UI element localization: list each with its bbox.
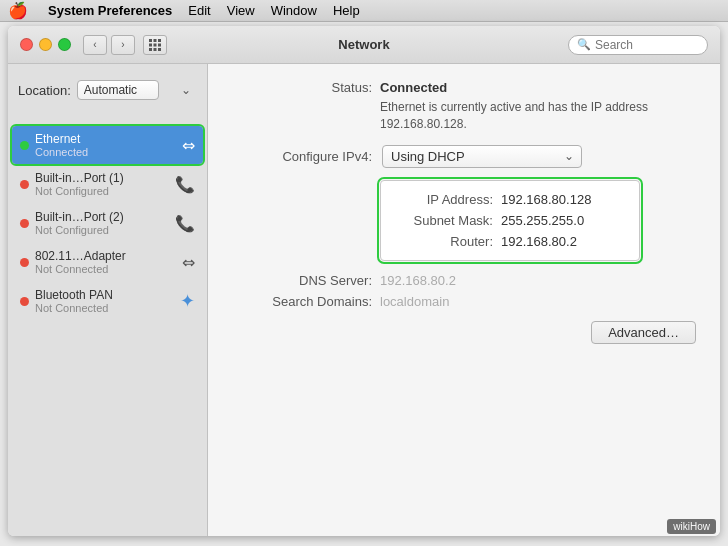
menu-view[interactable]: View xyxy=(227,3,255,18)
configure-row: Configure IPv4: Using DHCP xyxy=(232,145,696,168)
location-select[interactable]: Automatic xyxy=(77,80,159,100)
search-input[interactable] xyxy=(595,38,699,52)
main-panel: Status: Connected Ethernet is currently … xyxy=(208,64,720,536)
location-bar: Location: Automatic xyxy=(8,72,207,110)
configure-label: Configure IPv4: xyxy=(232,149,372,164)
network-info-bluetooth: Bluetooth PAN Not Connected xyxy=(35,288,174,314)
bluetooth-name: Bluetooth PAN xyxy=(35,288,174,302)
bluetooth-status: Not Connected xyxy=(35,302,174,314)
network-item-builtin1[interactable]: Built-in…Port (1) Not Configured 📞 xyxy=(12,165,203,203)
apple-menu[interactable]: 🍎 xyxy=(8,1,28,20)
network-info-ethernet: Ethernet Connected xyxy=(35,132,176,158)
wifi-status: Not Connected xyxy=(35,263,176,275)
ip-address-row: IP Address: 192.168.80.128 xyxy=(381,189,639,210)
router-label: Router: xyxy=(393,234,493,249)
ip-address-value: 192.168.80.128 xyxy=(501,192,591,207)
network-window: ‹ › Network 🔍 xyxy=(8,26,720,536)
subnet-row: Subnet Mask: 255.255.255.0 xyxy=(381,210,639,231)
minimize-button[interactable] xyxy=(39,38,52,51)
svg-rect-2 xyxy=(158,39,161,42)
status-dot-ethernet xyxy=(20,141,29,150)
advanced-button[interactable]: Advanced… xyxy=(591,321,696,344)
network-item-wifi[interactable]: 802.11…Adapter Not Connected ⇔ xyxy=(12,243,203,281)
configure-select-wrapper: Using DHCP xyxy=(382,145,582,168)
sidebar: Location: Automatic Ethernet Connected ⇔ xyxy=(8,64,208,536)
builtin1-name: Built-in…Port (1) xyxy=(35,171,169,185)
network-info-wifi: 802.11…Adapter Not Connected xyxy=(35,249,176,275)
window-title: Network xyxy=(338,37,389,52)
nav-buttons: ‹ › xyxy=(83,35,135,55)
wifi-name: 802.11…Adapter xyxy=(35,249,176,263)
menu-edit[interactable]: Edit xyxy=(188,3,210,18)
search-box[interactable]: 🔍 xyxy=(568,35,708,55)
status-value: Connected xyxy=(380,80,447,95)
builtin1-status: Not Configured xyxy=(35,185,169,197)
dns-row: DNS Server: 192.168.80.2 xyxy=(232,273,696,288)
builtin2-status: Not Configured xyxy=(35,224,169,236)
search-domains-label: Search Domains: xyxy=(232,294,372,309)
dns-label: DNS Server: xyxy=(232,273,372,288)
menu-help[interactable]: Help xyxy=(333,3,360,18)
search-icon: 🔍 xyxy=(577,38,591,51)
status-row: Status: Connected xyxy=(232,80,696,95)
search-domains-row: Search Domains: localdomain xyxy=(232,294,696,309)
ip-address-label: IP Address: xyxy=(393,192,493,207)
router-row: Router: 192.168.80.2 xyxy=(381,231,639,252)
network-info-builtin1: Built-in…Port (1) Not Configured xyxy=(35,171,169,197)
ip-info-box: IP Address: 192.168.80.128 Subnet Mask: … xyxy=(380,180,640,261)
ethernet-icon: ⇔ xyxy=(182,136,195,155)
subnet-value: 255.255.255.0 xyxy=(501,213,584,228)
forward-button[interactable]: › xyxy=(111,35,135,55)
svg-rect-5 xyxy=(158,43,161,46)
content-area: Location: Automatic Ethernet Connected ⇔ xyxy=(8,64,720,536)
back-button[interactable]: ‹ xyxy=(83,35,107,55)
advanced-btn-row: Advanced… xyxy=(232,321,696,344)
network-item-bluetooth[interactable]: Bluetooth PAN Not Connected ✦ xyxy=(12,282,203,320)
builtin2-icon: 📞 xyxy=(175,214,195,233)
window: ‹ › Network 🔍 xyxy=(0,26,728,536)
status-dot-wifi xyxy=(20,258,29,267)
svg-rect-4 xyxy=(154,43,157,46)
menu-system-preferences[interactable]: System Preferences xyxy=(48,3,172,18)
wikihow-badge: wikiHow xyxy=(667,519,716,534)
network-item-builtin2[interactable]: Built-in…Port (2) Not Configured 📞 xyxy=(12,204,203,242)
builtin1-icon: 📞 xyxy=(175,175,195,194)
network-item-ethernet[interactable]: Ethernet Connected ⇔ xyxy=(12,126,203,164)
ethernet-status: Connected xyxy=(35,146,176,158)
traffic-lights xyxy=(20,38,71,51)
menu-window[interactable]: Window xyxy=(271,3,317,18)
status-label: Status: xyxy=(232,80,372,95)
status-description: Ethernet is currently active and has the… xyxy=(380,99,696,133)
titlebar: ‹ › Network 🔍 xyxy=(8,26,720,64)
svg-rect-6 xyxy=(149,48,152,51)
router-value: 192.168.80.2 xyxy=(501,234,577,249)
wifi-icon: ⇔ xyxy=(182,253,195,272)
subnet-label: Subnet Mask: xyxy=(393,213,493,228)
search-domains-value: localdomain xyxy=(380,294,449,309)
location-label: Location: xyxy=(18,83,71,98)
svg-rect-0 xyxy=(149,39,152,42)
svg-rect-7 xyxy=(154,48,157,51)
svg-rect-1 xyxy=(154,39,157,42)
status-dot-builtin1 xyxy=(20,180,29,189)
builtin2-name: Built-in…Port (2) xyxy=(35,210,169,224)
close-button[interactable] xyxy=(20,38,33,51)
svg-rect-8 xyxy=(158,48,161,51)
network-info-builtin2: Built-in…Port (2) Not Configured xyxy=(35,210,169,236)
menubar: 🍎 System Preferences Edit View Window He… xyxy=(0,0,728,22)
bluetooth-icon: ✦ xyxy=(180,290,195,312)
status-dot-builtin2 xyxy=(20,219,29,228)
maximize-button[interactable] xyxy=(58,38,71,51)
dns-value: 192.168.80.2 xyxy=(380,273,456,288)
status-dot-bluetooth xyxy=(20,297,29,306)
svg-rect-3 xyxy=(149,43,152,46)
grid-button[interactable] xyxy=(143,35,167,55)
location-select-wrapper: Automatic xyxy=(77,80,197,100)
configure-select[interactable]: Using DHCP xyxy=(382,145,582,168)
ethernet-name: Ethernet xyxy=(35,132,176,146)
